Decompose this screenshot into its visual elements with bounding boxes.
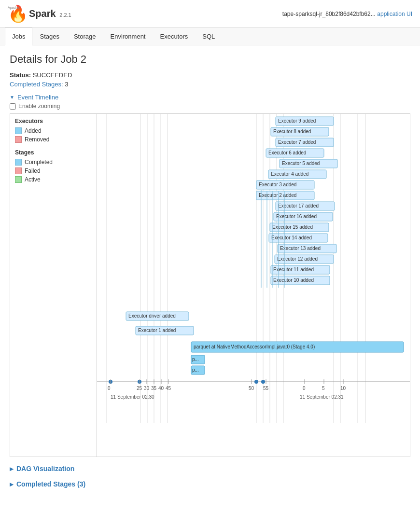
app-id-text: tape-sparksql-jr_80b2f86d42bfb62... <box>282 11 376 17</box>
executor7-label: Executor 7 added <box>278 139 316 145</box>
executor4-label: Executor 4 added <box>271 171 308 177</box>
svg-text:0: 0 <box>108 386 111 391</box>
nav-jobs[interactable]: Jobs <box>5 28 32 45</box>
executor16-label: Executor 16 added <box>276 214 317 219</box>
enable-zoom-label: Enable zooming <box>18 103 60 110</box>
legend-added: Added <box>15 127 92 134</box>
completed-stages-row: Completed Stages: 3 <box>10 81 410 88</box>
enable-zoom-checkbox[interactable] <box>10 103 16 110</box>
legend-divider <box>15 146 92 146</box>
nav-storage[interactable]: Storage <box>67 28 103 45</box>
stage4-label: parquet at NativeMethodAccessorImpl.java… <box>194 344 315 349</box>
legend-active-label: Active <box>25 176 41 183</box>
timeline-inner: Executors Added Removed Stages Completed <box>10 114 410 457</box>
top-bar: 🔥 Apache Spark 2.2.1 tape-sparksql-jr_80… <box>0 0 420 28</box>
executor6-label: Executor 6 added <box>268 150 306 155</box>
main-nav: Jobs Stages Storage Environment Executor… <box>0 28 420 45</box>
stages-legend-title: Stages <box>15 149 92 156</box>
timeline-svg: Executor 9 added Executor 8 added Execut… <box>97 114 410 457</box>
legend-failed: Failed <box>15 167 92 174</box>
app-id-area: tape-sparksql-jr_80b2f86d42bfb62... appl… <box>282 10 412 17</box>
completed-stages-count: 3 <box>65 81 68 88</box>
executor11-label: Executor 11 added <box>273 267 314 272</box>
added-color-box <box>15 127 22 134</box>
legend-removed-label: Removed <box>25 136 49 143</box>
event-timeline-toggle[interactable]: ▼ Event Timeline <box>10 94 410 101</box>
date-right: 11 September 02:31 <box>300 394 344 400</box>
nav-stages[interactable]: Stages <box>32 28 66 45</box>
spark-logo: 🔥 Apache Spark 2.2.1 <box>8 4 71 23</box>
executor-driver-label: Executor driver added <box>128 313 176 319</box>
executor5-label: Executor 5 added <box>282 161 320 166</box>
date-left: 11 September 02:30 <box>111 394 154 400</box>
nav-sql[interactable]: SQL <box>195 28 222 45</box>
executor1-label: Executor 1 added <box>138 328 176 333</box>
executor10-label: Executor 10 added <box>273 278 314 283</box>
dot-50 <box>254 380 258 384</box>
stage-small2-label: p... <box>192 367 199 373</box>
svg-text:50: 50 <box>249 386 254 391</box>
svg-text:40: 40 <box>158 386 164 391</box>
enable-zoom-row: Enable zooming <box>10 103 410 110</box>
nav-environment[interactable]: Environment <box>103 28 153 45</box>
status-row: Status: SUCCEEDED <box>10 71 410 79</box>
executor9-label: Executor 9 added <box>278 118 316 124</box>
completed-stages-label: Completed Stages: <box>10 81 63 88</box>
completed-color-box <box>15 159 22 166</box>
status-value: SUCCEEDED <box>33 71 72 79</box>
completed-stages-toggle[interactable]: ▶ Completed Stages (3) <box>10 480 410 488</box>
completed-stages-section-label: Completed Stages (3) <box>16 480 85 488</box>
svg-text:5: 5 <box>322 386 325 391</box>
completed-stages-icon: ▶ <box>10 482 14 487</box>
svg-text:45: 45 <box>166 386 171 391</box>
dag-toggle-icon: ▶ <box>10 466 14 472</box>
executor8-label: Executor 8 added <box>273 129 311 134</box>
timeline-container: Executors Added Removed Stages Completed <box>10 113 410 457</box>
stage-small1-label: p... <box>192 357 199 362</box>
spark-flame-icon: 🔥 Apache <box>8 4 26 23</box>
legend-completed: Completed <box>15 159 92 166</box>
dag-visualization-label: DAG Visualization <box>16 465 74 472</box>
legend-failed-label: Failed <box>25 167 41 174</box>
main-content: Details for Job 2 Status: SUCCEEDED Comp… <box>0 45 420 496</box>
app-ui-link[interactable]: application UI <box>377 11 412 17</box>
svg-text:30: 30 <box>144 386 150 391</box>
executors-legend-title: Executors <box>15 118 92 125</box>
executor14-label: Executor 14 added <box>271 235 312 240</box>
failed-color-box <box>15 167 22 174</box>
executor12-label: Executor 12 added <box>277 256 318 262</box>
removed-color-box <box>15 136 22 143</box>
dag-visualization-toggle[interactable]: ▶ DAG Visualization <box>10 465 410 472</box>
event-timeline-label: Event Timeline <box>17 94 58 101</box>
svg-text:0: 0 <box>303 386 306 391</box>
triangle-icon: ▼ <box>10 95 14 100</box>
page-title: Details for Job 2 <box>10 53 410 66</box>
executor2-label: Executor 2 added <box>259 193 296 198</box>
active-color-box <box>15 176 22 183</box>
dot-50b <box>261 380 265 384</box>
spark-name: Spark <box>29 8 56 19</box>
completed-stages-link[interactable]: Completed Stages: <box>10 81 65 88</box>
svg-text:35: 35 <box>151 386 157 391</box>
spark-brand: Spark 2.2.1 <box>29 8 71 19</box>
legend-active: Active <box>15 176 92 183</box>
legend-removed: Removed <box>15 136 92 143</box>
spark-version: 2.2.1 <box>59 12 71 18</box>
executor13-label: Executor 13 added <box>280 246 321 251</box>
apache-text: Apache <box>8 6 19 10</box>
svg-text:10: 10 <box>340 386 346 391</box>
legend-added-label: Added <box>25 127 42 134</box>
status-label: Status: <box>10 71 31 79</box>
nav-executors[interactable]: Executors <box>153 28 195 45</box>
timeline-legend: Executors Added Removed Stages Completed <box>10 114 97 457</box>
svg-text:55: 55 <box>263 386 269 391</box>
legend-completed-label: Completed <box>25 159 53 166</box>
executor3-label: Executor 3 added <box>259 182 296 187</box>
svg-text:25: 25 <box>137 386 142 391</box>
chart-area: Executor 9 added Executor 8 added Execut… <box>97 114 410 457</box>
